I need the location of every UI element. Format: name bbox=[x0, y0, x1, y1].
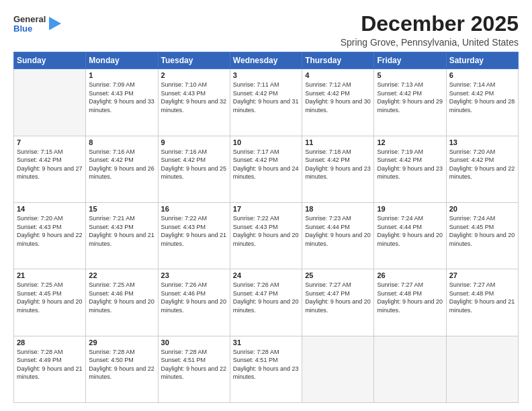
day-info: Sunrise: 7:22 AMSunset: 4:43 PMDaylight:… bbox=[161, 214, 227, 248]
calendar-cell: 23 Sunrise: 7:26 AMSunset: 4:46 PMDaylig… bbox=[158, 269, 230, 336]
day-number: 3 bbox=[233, 71, 299, 79]
day-info: Sunrise: 7:16 AMSunset: 4:42 PMDaylight:… bbox=[161, 148, 227, 181]
calendar-cell: 13 Sunrise: 7:20 AMSunset: 4:42 PMDaylig… bbox=[446, 136, 518, 202]
calendar-cell: 31 Sunrise: 7:28 AMSunset: 4:51 PMDaylig… bbox=[230, 336, 302, 402]
calendar-cell: 25 Sunrise: 7:27 AMSunset: 4:47 PMDaylig… bbox=[302, 269, 374, 336]
month-title: December 2025 bbox=[341, 12, 519, 36]
day-number: 10 bbox=[233, 138, 299, 146]
day-info: Sunrise: 7:28 AMSunset: 4:49 PMDaylight:… bbox=[17, 348, 83, 381]
day-number: 13 bbox=[449, 138, 515, 146]
calendar-cell: 8 Sunrise: 7:16 AMSunset: 4:42 PMDayligh… bbox=[86, 136, 158, 202]
day-number: 28 bbox=[17, 338, 83, 347]
day-of-week-header: Tuesday bbox=[158, 52, 230, 69]
day-info: Sunrise: 7:27 AMSunset: 4:48 PMDaylight:… bbox=[449, 281, 515, 314]
day-info: Sunrise: 7:21 AMSunset: 4:43 PMDaylight:… bbox=[89, 214, 154, 248]
day-info: Sunrise: 7:09 AMSunset: 4:43 PMDaylight:… bbox=[89, 81, 154, 114]
calendar-cell: 5 Sunrise: 7:13 AMSunset: 4:42 PMDayligh… bbox=[374, 69, 446, 136]
day-number: 17 bbox=[233, 205, 299, 213]
calendar-week-row: 7 Sunrise: 7:15 AMSunset: 4:42 PMDayligh… bbox=[14, 136, 519, 202]
day-info: Sunrise: 7:26 AMSunset: 4:47 PMDaylight:… bbox=[233, 281, 299, 314]
day-number: 14 bbox=[17, 205, 83, 213]
day-info: Sunrise: 7:10 AMSunset: 4:43 PMDaylight:… bbox=[161, 81, 227, 114]
day-number: 18 bbox=[305, 205, 371, 213]
calendar-week-row: 1 Sunrise: 7:09 AMSunset: 4:43 PMDayligh… bbox=[14, 69, 519, 136]
day-info: Sunrise: 7:27 AMSunset: 4:48 PMDaylight:… bbox=[377, 281, 443, 314]
calendar-cell: 27 Sunrise: 7:27 AMSunset: 4:48 PMDaylig… bbox=[446, 269, 518, 336]
day-of-week-header: Friday bbox=[374, 52, 446, 69]
day-number: 1 bbox=[89, 71, 154, 79]
day-number: 21 bbox=[17, 271, 83, 279]
logo: General Blue bbox=[13, 15, 61, 34]
day-number: 9 bbox=[161, 138, 227, 146]
calendar-header-row: SundayMondayTuesdayWednesdayThursdayFrid… bbox=[14, 52, 519, 69]
calendar-cell: 1 Sunrise: 7:09 AMSunset: 4:43 PMDayligh… bbox=[86, 69, 158, 136]
day-info: Sunrise: 7:25 AMSunset: 4:45 PMDaylight:… bbox=[17, 281, 83, 314]
day-of-week-header: Thursday bbox=[302, 52, 374, 69]
calendar-cell: 30 Sunrise: 7:28 AMSunset: 4:51 PMDaylig… bbox=[158, 336, 230, 402]
calendar-table: SundayMondayTuesdayWednesdayThursdayFrid… bbox=[13, 52, 519, 403]
day-number: 24 bbox=[233, 271, 299, 279]
day-number: 31 bbox=[233, 338, 299, 347]
day-number: 19 bbox=[377, 205, 443, 213]
location: Spring Grove, Pennsylvania, United State… bbox=[341, 37, 519, 48]
day-number: 29 bbox=[89, 338, 154, 347]
calendar-week-row: 14 Sunrise: 7:20 AMSunset: 4:43 PMDaylig… bbox=[14, 202, 519, 269]
day-info: Sunrise: 7:13 AMSunset: 4:42 PMDaylight:… bbox=[377, 81, 443, 114]
day-number: 5 bbox=[377, 71, 443, 79]
day-number: 4 bbox=[305, 71, 371, 79]
calendar-cell: 3 Sunrise: 7:11 AMSunset: 4:42 PMDayligh… bbox=[230, 69, 302, 136]
day-number: 11 bbox=[305, 138, 371, 146]
logo-arrow-icon bbox=[49, 17, 61, 30]
calendar-cell bbox=[446, 336, 518, 402]
page: General Blue December 2025 Spring Grove,… bbox=[0, 0, 532, 411]
day-of-week-header: Wednesday bbox=[230, 52, 302, 69]
day-number: 15 bbox=[89, 205, 154, 213]
day-info: Sunrise: 7:22 AMSunset: 4:43 PMDaylight:… bbox=[233, 214, 299, 248]
day-info: Sunrise: 7:14 AMSunset: 4:42 PMDaylight:… bbox=[449, 81, 515, 114]
calendar-cell: 24 Sunrise: 7:26 AMSunset: 4:47 PMDaylig… bbox=[230, 269, 302, 336]
day-number: 8 bbox=[89, 138, 154, 146]
day-info: Sunrise: 7:23 AMSunset: 4:44 PMDaylight:… bbox=[305, 214, 371, 248]
calendar-cell: 21 Sunrise: 7:25 AMSunset: 4:45 PMDaylig… bbox=[14, 269, 86, 336]
day-of-week-header: Saturday bbox=[446, 52, 518, 69]
day-info: Sunrise: 7:17 AMSunset: 4:42 PMDaylight:… bbox=[233, 148, 299, 181]
calendar-cell: 20 Sunrise: 7:24 AMSunset: 4:45 PMDaylig… bbox=[446, 202, 518, 269]
day-of-week-header: Sunday bbox=[14, 52, 86, 69]
calendar-cell: 22 Sunrise: 7:25 AMSunset: 4:46 PMDaylig… bbox=[86, 269, 158, 336]
calendar-cell: 26 Sunrise: 7:27 AMSunset: 4:48 PMDaylig… bbox=[374, 269, 446, 336]
title-area: December 2025 Spring Grove, Pennsylvania… bbox=[341, 12, 519, 48]
day-info: Sunrise: 7:28 AMSunset: 4:51 PMDaylight:… bbox=[161, 348, 227, 381]
day-info: Sunrise: 7:16 AMSunset: 4:42 PMDaylight:… bbox=[89, 148, 154, 181]
day-number: 30 bbox=[161, 338, 227, 347]
day-info: Sunrise: 7:12 AMSunset: 4:42 PMDaylight:… bbox=[305, 81, 371, 114]
day-number: 7 bbox=[17, 138, 83, 146]
calendar-cell: 9 Sunrise: 7:16 AMSunset: 4:42 PMDayligh… bbox=[158, 136, 230, 202]
day-number: 22 bbox=[89, 271, 154, 279]
day-info: Sunrise: 7:24 AMSunset: 4:45 PMDaylight:… bbox=[449, 214, 515, 248]
day-info: Sunrise: 7:28 AMSunset: 4:50 PMDaylight:… bbox=[89, 348, 154, 381]
calendar-cell: 12 Sunrise: 7:19 AMSunset: 4:42 PMDaylig… bbox=[374, 136, 446, 202]
calendar-cell: 29 Sunrise: 7:28 AMSunset: 4:50 PMDaylig… bbox=[86, 336, 158, 402]
day-number: 12 bbox=[377, 138, 443, 146]
calendar-week-row: 21 Sunrise: 7:25 AMSunset: 4:45 PMDaylig… bbox=[14, 269, 519, 336]
logo-blue: Blue bbox=[13, 24, 46, 34]
logo-text: General Blue bbox=[13, 15, 46, 34]
calendar-cell: 2 Sunrise: 7:10 AMSunset: 4:43 PMDayligh… bbox=[158, 69, 230, 136]
calendar-cell: 17 Sunrise: 7:22 AMSunset: 4:43 PMDaylig… bbox=[230, 202, 302, 269]
day-info: Sunrise: 7:11 AMSunset: 4:42 PMDaylight:… bbox=[233, 81, 299, 114]
day-number: 26 bbox=[377, 271, 443, 279]
day-number: 20 bbox=[449, 205, 515, 213]
day-number: 27 bbox=[449, 271, 515, 279]
calendar-cell: 6 Sunrise: 7:14 AMSunset: 4:42 PMDayligh… bbox=[446, 69, 518, 136]
svg-marker-0 bbox=[49, 17, 61, 30]
day-number: 2 bbox=[161, 71, 227, 79]
calendar-cell: 16 Sunrise: 7:22 AMSunset: 4:43 PMDaylig… bbox=[158, 202, 230, 269]
header: General Blue December 2025 Spring Grove,… bbox=[13, 12, 519, 48]
day-info: Sunrise: 7:28 AMSunset: 4:51 PMDaylight:… bbox=[233, 348, 299, 381]
calendar-cell: 28 Sunrise: 7:28 AMSunset: 4:49 PMDaylig… bbox=[14, 336, 86, 402]
day-info: Sunrise: 7:20 AMSunset: 4:42 PMDaylight:… bbox=[449, 148, 515, 181]
day-number: 16 bbox=[161, 205, 227, 213]
calendar-week-row: 28 Sunrise: 7:28 AMSunset: 4:49 PMDaylig… bbox=[14, 336, 519, 402]
calendar-cell: 18 Sunrise: 7:23 AMSunset: 4:44 PMDaylig… bbox=[302, 202, 374, 269]
day-info: Sunrise: 7:18 AMSunset: 4:42 PMDaylight:… bbox=[305, 148, 371, 181]
